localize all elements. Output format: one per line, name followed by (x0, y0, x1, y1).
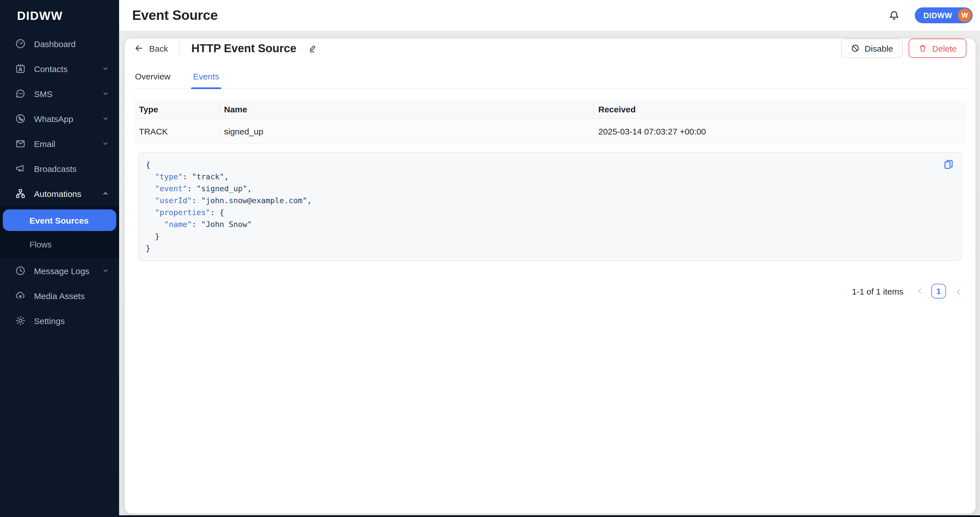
tab-bar: Overview Events (134, 65, 966, 89)
chevron-down-icon (102, 140, 109, 147)
top-header: Event Source DIDWW W (119, 0, 980, 30)
column-header: Received (593, 101, 966, 118)
sidebar-item-sms[interactable]: SMS (0, 81, 119, 106)
contact-card-icon (15, 63, 26, 74)
notifications-bell-icon[interactable] (888, 10, 900, 21)
disable-button[interactable]: Disable (841, 38, 903, 58)
sidebar-item-whatsapp[interactable]: WhatsApp (0, 106, 119, 131)
avatar: W (958, 8, 972, 22)
code-line: "properties": { (146, 207, 955, 219)
copy-icon[interactable] (943, 159, 954, 170)
sidebar-item-broadcasts[interactable]: Broadcasts (0, 156, 119, 181)
code-line: } (146, 230, 955, 243)
events-table-body: TRACKsigned_up2025-03-14 07:03:27 +00:00 (134, 119, 966, 144)
sidebar-item-label: Settings (34, 316, 65, 326)
chevron-right-icon[interactable] (953, 287, 962, 296)
sidebar-item-label: Message Logs (34, 266, 89, 276)
megaphone-icon (15, 163, 26, 174)
whatsapp-icon (15, 113, 26, 124)
pagination: 1-1 of 1 items 1 (138, 284, 962, 298)
sidebar-item-email[interactable]: Email (0, 131, 119, 156)
sidebar-item-automations[interactable]: Automations (0, 181, 119, 206)
sidebar-item-label: Media Assets (34, 291, 84, 300)
page-background: Back HTTP Event Source Disable (119, 30, 980, 515)
content-panel: Back HTTP Event Source Disable (125, 38, 975, 514)
sidebar-item-label: Email (34, 139, 55, 148)
code-line: "type": "track", (146, 171, 955, 183)
code-line: "name": "John Snow" (146, 219, 955, 230)
chevron-down-icon (102, 65, 109, 72)
chevron-down-icon (102, 267, 109, 274)
sidebar: DIDWW Dashboard Contacts (0, 0, 119, 517)
sidebar-item-flows[interactable]: Flows (0, 232, 119, 256)
automations-submenu: Event Sources Flows (0, 206, 119, 258)
cloud-upload-icon (15, 290, 26, 302)
divider (180, 41, 180, 56)
tab-events[interactable]: Events (192, 65, 220, 89)
event-payload-code: { "type": "track", "event": "signed_up",… (146, 159, 955, 254)
chevron-up-icon (102, 190, 109, 197)
pagination-page-1[interactable]: 1 (931, 284, 946, 298)
code-line: { (146, 159, 955, 171)
sidebar-item-label: Broadcasts (34, 164, 76, 173)
events-table-header-row: TypeNameReceived (134, 101, 966, 119)
table-cell: 2025-03-14 07:03:27 +00:00 (593, 126, 966, 136)
tab-overview[interactable]: Overview (134, 65, 172, 89)
code-line: "event": "signed_up", (146, 183, 955, 195)
sidebar-item-dashboard[interactable]: Dashboard (0, 31, 119, 56)
gauge-icon (15, 38, 26, 49)
pagination-summary: 1-1 of 1 items (852, 286, 904, 296)
sidebar-item-label: Contacts (34, 64, 67, 73)
table-cell: signed_up (219, 126, 593, 136)
account-menu-button[interactable]: DIDWW W (915, 7, 973, 23)
sidebar-item-settings[interactable]: Settings (0, 308, 119, 333)
account-label: DIDWW (924, 11, 952, 19)
sidebar-item-label: SMS (34, 89, 52, 99)
chevron-down-icon (102, 115, 109, 122)
sitemap-icon (15, 188, 26, 199)
event-payload-card: { "type": "track", "event": "signed_up",… (138, 152, 962, 261)
page-title: Event Source (132, 7, 218, 23)
sidebar-item-label: Dashboard (34, 39, 76, 48)
events-table: TypeNameReceived TRACKsigned_up2025-03-1… (134, 101, 966, 144)
clock-icon (15, 265, 26, 276)
code-line: "userId": "john.snow@example.com", (146, 195, 955, 207)
sidebar-item-contacts[interactable]: Contacts (0, 56, 119, 81)
app: DIDWW Dashboard Contacts (0, 0, 980, 517)
edit-pencil-icon[interactable] (308, 43, 317, 53)
sidebar-nav: Dashboard Contacts SMS (0, 31, 119, 333)
table-cell: TRACK (134, 126, 219, 136)
prohibition-icon (850, 44, 859, 53)
back-button[interactable]: Back (134, 43, 168, 53)
envelope-icon (15, 138, 26, 149)
sidebar-item-message-logs[interactable]: Message Logs (0, 258, 119, 283)
delete-label: Delete (932, 43, 957, 53)
table-row[interactable]: TRACKsigned_up2025-03-14 07:03:27 +00:00 (134, 119, 966, 144)
back-label: Back (149, 43, 168, 53)
disable-label: Disable (865, 43, 893, 53)
delete-button[interactable]: Delete (908, 38, 966, 58)
sidebar-item-label: Event Sources (30, 215, 89, 225)
brand-logo: DIDWW (0, 0, 119, 31)
chevron-down-icon (102, 90, 109, 97)
sidebar-item-label: Automations (34, 189, 81, 198)
sidebar-item-label: WhatsApp (34, 114, 73, 123)
sidebar-item-media-assets[interactable]: Media Assets (0, 283, 119, 308)
column-header: Type (134, 101, 219, 118)
event-source-title: HTTP Event Source (191, 42, 296, 55)
sidebar-item-event-sources[interactable]: Event Sources (3, 209, 116, 231)
gear-icon (15, 315, 26, 326)
chevron-left-icon[interactable] (915, 287, 924, 296)
sidebar-item-label: Flows (30, 239, 52, 249)
main-area: Event Source DIDWW W Back (119, 0, 980, 517)
arrow-left-icon (134, 43, 144, 53)
trash-icon (918, 44, 927, 53)
chat-bubble-icon (15, 88, 26, 99)
code-line: } (146, 243, 955, 254)
column-header: Name (219, 101, 593, 118)
detail-toolbar: Back HTTP Event Source Disable (134, 38, 966, 58)
